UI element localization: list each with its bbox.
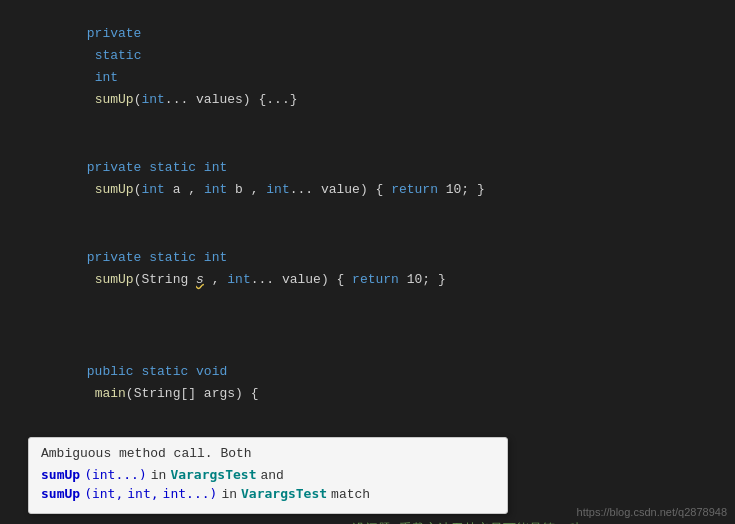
tooltip-type-2c: int...) bbox=[163, 486, 218, 501]
tooltip-class-1: VarargsTest bbox=[170, 467, 256, 482]
code-line-2: private static int sumUp(int a , int b ,… bbox=[0, 134, 735, 224]
keyword-static: static bbox=[95, 48, 142, 63]
line-content-5: public static void main(String[] args) { bbox=[30, 339, 735, 427]
tooltip-class-2: VarargsTest bbox=[241, 486, 327, 501]
tooltip-and: and bbox=[260, 468, 283, 483]
code-line-4 bbox=[0, 314, 735, 338]
keyword-int: int bbox=[95, 70, 118, 85]
keyword-private: private bbox=[87, 26, 142, 41]
tooltip-in-2: in bbox=[221, 487, 237, 502]
error-tooltip: Ambiguous method call. Both sumUp (int..… bbox=[28, 437, 508, 514]
tooltip-type-2b: int, bbox=[127, 486, 158, 501]
tooltip-in-1: in bbox=[151, 468, 167, 483]
line-content-4 bbox=[30, 315, 735, 337]
tooltip-row-2: sumUp (int, int, int...) in VarargsTest … bbox=[41, 486, 495, 502]
code-editor: private static int sumUp(int... values) … bbox=[0, 0, 735, 524]
tooltip-match: match bbox=[331, 487, 370, 502]
tooltip-row-1: sumUp (int...) in VarargsTest and bbox=[41, 467, 495, 483]
tooltip-title: Ambiguous method call. Both bbox=[41, 446, 495, 461]
tooltip-method-2: sumUp bbox=[41, 486, 80, 501]
watermark: https://blog.csdn.net/q2878948 bbox=[577, 506, 727, 518]
code-line-5: public static void main(String[] args) { bbox=[0, 338, 735, 428]
tooltip-type-2a: (int, bbox=[84, 486, 123, 501]
line-content-2: private static int sumUp(int a , int b ,… bbox=[30, 135, 735, 223]
fn-sumup: sumUp bbox=[95, 92, 134, 107]
code-line-3: private static int sumUp(String s , int.… bbox=[0, 224, 735, 314]
tooltip-method-1: sumUp bbox=[41, 467, 80, 482]
code-line-1: private static int sumUp(int... values) … bbox=[0, 0, 735, 134]
line-content-1: private static int sumUp(int... values) … bbox=[30, 1, 735, 133]
tooltip-type-1: (int...) bbox=[84, 467, 147, 482]
line-content-3: private static int sumUp(String s , int.… bbox=[30, 225, 735, 313]
